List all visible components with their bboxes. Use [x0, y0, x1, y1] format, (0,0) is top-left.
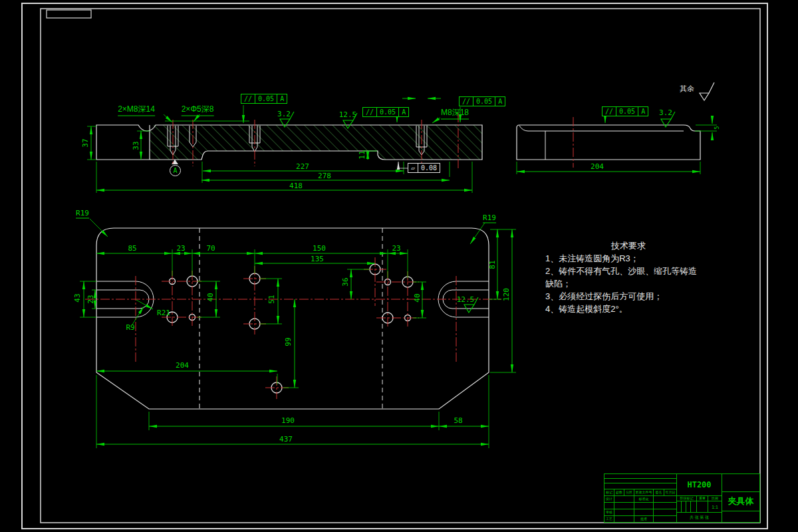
parallel-icon: // — [241, 94, 255, 103]
gdt-parallelism-frame-3: //0.05A — [459, 96, 505, 106]
right-tapped-label: M8深18 — [441, 107, 469, 120]
roughness-3-2-side: 3.2 — [659, 108, 672, 117]
dim-99: 99 — [284, 337, 293, 346]
dim-23a: 23 — [176, 244, 185, 253]
dim-37: 37 — [81, 138, 90, 147]
dim-40r: 40 — [413, 293, 422, 302]
tb-approve: 批准 — [634, 515, 654, 523]
dim-23b: 23 — [392, 244, 400, 253]
roughness-12-5-plan: 12.5 — [457, 295, 475, 304]
dim-33: 33 — [132, 141, 140, 150]
radius-r9: R9 — [126, 323, 134, 332]
dim-40l: 40 — [206, 293, 215, 301]
flatness-icon: ▱ — [408, 164, 418, 172]
dim-204-side: 204 — [591, 162, 604, 171]
dim-278: 278 — [318, 172, 331, 180]
rest-surfaces-label: 其余 — [680, 84, 694, 94]
tech-req-line: 2、铸件不得有气孔、沙眼、缩孔等铸造 — [545, 265, 712, 277]
dim-23c: 23 — [86, 295, 95, 303]
dim-11: 11 — [358, 150, 366, 159]
dim-418: 418 — [289, 182, 303, 190]
gdt-parallelism-frame-side: //0.05A — [602, 106, 648, 116]
dim-step-side: 5 — [714, 126, 720, 130]
cad-drawing-canvas: 2×M8深14 2×Φ5深8 M8深18 3.2 12.5 37 33 11 2… — [0, 0, 798, 532]
radius-r21: R21 — [157, 309, 170, 317]
tb-sheet: 共 张 第 张 — [676, 512, 722, 523]
roughness-3-2-front: 3.2 — [277, 110, 291, 118]
drilled-holes-label: 2×Φ5深8 — [182, 104, 214, 116]
roughness-12-5-front: 12.5 — [339, 110, 357, 119]
front-section-hatch — [150, 125, 482, 160]
tech-req-line: 缺陷； — [545, 277, 712, 290]
tech-req-line: 4、铸造起模斜度2°。 — [545, 303, 712, 315]
gdt-flatness-frame: ▱0.08 — [408, 163, 440, 173]
tb-material: HT200 — [676, 473, 722, 496]
radius-r19-right: R19 — [483, 213, 496, 223]
datum-a-symbol: A — [170, 165, 181, 176]
tech-req-line: 1、未注铸造圆角为R3； — [545, 252, 712, 265]
dim-70: 70 — [206, 244, 215, 253]
dim-85: 85 — [128, 244, 136, 253]
hidden-lines — [200, 228, 382, 409]
parallel-icon: // — [460, 97, 473, 106]
parallel-icon: // — [602, 107, 616, 116]
dim-120: 120 — [502, 288, 511, 301]
dim-437: 437 — [279, 435, 293, 444]
dim-43: 43 — [73, 293, 82, 302]
parallel-icon: // — [363, 108, 376, 116]
dim-81: 81 — [488, 260, 497, 269]
dim-51: 51 — [267, 295, 276, 303]
tapped-holes-label: 2×M8深14 — [118, 104, 155, 116]
dim-150: 150 — [313, 244, 326, 253]
radius-r19-left: R19 — [76, 209, 89, 219]
plan-holes — [167, 264, 413, 393]
gdt-parallelism-frame-1: //0.05A — [241, 94, 287, 104]
dim-36: 36 — [341, 277, 350, 286]
dim-204-plan: 204 — [176, 361, 189, 370]
title-block: 标记 处数 分区 更改文件号 签名 年月日 设计 标准化 审核 工艺 批准 HT… — [604, 473, 760, 523]
gdt-parallelism-frame-2: //0.05A — [362, 107, 409, 117]
technical-requirements: 技术要求 1、未注铸造圆角为R3； 2、铸件不得有气孔、沙眼、缩孔等铸造 缺陷；… — [545, 239, 712, 315]
tb-process: 工艺 — [604, 515, 614, 523]
tb-scale-value: 1:1 — [708, 501, 722, 513]
dim-227: 227 — [296, 162, 309, 171]
tech-req-line: 3、必须经过探伤后方可使用； — [545, 290, 712, 303]
tb-part-name: 夹具体 — [722, 491, 760, 511]
dim-58: 58 — [454, 416, 462, 425]
dim-135: 135 — [311, 255, 324, 263]
dim-190: 190 — [281, 416, 295, 425]
tech-req-title: 技术要求 — [545, 239, 712, 252]
